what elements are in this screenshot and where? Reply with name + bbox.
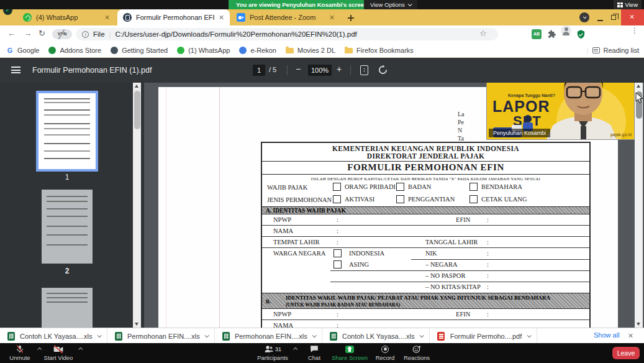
- zoom-share-topbar: You are viewing Penyuluhan Kosambi's scr…: [0, 0, 644, 9]
- section-a-header: A. IDENTITAS WAJIB PAJAK: [262, 206, 589, 214]
- download-filename: Permohonan EFIN....xlsx: [127, 333, 200, 340]
- bookmark-label: Firefox Bookmarks: [356, 47, 414, 54]
- chevron-down-icon[interactable]: [312, 333, 317, 338]
- green-circle-icon: [48, 47, 56, 54]
- extensions-puzzle-icon[interactable]: [548, 30, 556, 41]
- page-thumbnail-1[interactable]: [39, 93, 96, 169]
- section-b-subtitle: (UNTUK WAJIB PAJAK BADAN ATAU BENDAHARA): [286, 302, 400, 308]
- participants-options-chevron[interactable]: [293, 347, 297, 352]
- scroll-down-arrow[interactable]: [135, 323, 138, 326]
- scroll-down-arrow[interactable]: [637, 323, 640, 326]
- sidebar-scrollbar[interactable]: [133, 83, 141, 328]
- pdf-viewer-icon: [123, 13, 132, 22]
- reactions-label: Reactions: [404, 354, 430, 361]
- download-chip[interactable]: Permohonan EFIN....xlsx: [107, 328, 215, 344]
- scroll-up-arrow[interactable]: [637, 85, 640, 88]
- new-tab-button[interactable]: [348, 12, 358, 22]
- view-options-button[interactable]: View Options: [364, 0, 417, 9]
- close-downloads-bar-icon[interactable]: [628, 333, 633, 338]
- zoom-out-button[interactable]: −: [296, 64, 301, 74]
- fit-page-icon[interactable]: :: [360, 65, 368, 75]
- back-button[interactable]: ←: [7, 29, 16, 38]
- tab-formulir-efin-pdf[interactable]: Formulir Permohonan EFIN (1).p: [117, 9, 230, 25]
- bookmark-firefox-folder[interactable]: Firefox Bookmarks: [345, 47, 414, 54]
- bookmark-addons-store[interactable]: Addons Store: [48, 47, 101, 54]
- zoom-level-input[interactable]: 100%: [308, 65, 332, 76]
- download-chip[interactable]: Permohonan EFIN....xlsx: [215, 328, 322, 344]
- download-chip[interactable]: Contoh LK Yayasa....xlsx: [0, 328, 107, 344]
- chevron-down-icon[interactable]: [420, 333, 424, 338]
- profile-avatar[interactable]: [561, 25, 571, 36]
- participants-button[interactable]: 31 Participants: [253, 344, 292, 361]
- chat-button[interactable]: Chat: [302, 344, 327, 361]
- option-label: PENGGANTIAN: [408, 196, 455, 203]
- download-chip[interactable]: Contoh LK Yayasa....xlsx: [322, 328, 430, 344]
- option-label: ORANG PRIBADI: [345, 183, 396, 190]
- main-scrollbar[interactable]: [635, 83, 643, 328]
- muted-mic-icon: [5, 344, 35, 354]
- downloads-bar: Contoh LK Yayasa....xlsx Permohonan EFIN…: [0, 328, 644, 343]
- record-button[interactable]: Record: [372, 344, 398, 361]
- info-icon[interactable]: i: [82, 31, 89, 38]
- video-options-chevron[interactable]: [78, 347, 83, 352]
- chevron-down-icon[interactable]: [527, 333, 532, 338]
- page-number-input[interactable]: 1: [253, 65, 265, 76]
- bookmark-movies-folder[interactable]: Movies 2 DL: [286, 47, 335, 54]
- excel-file-icon: [115, 332, 122, 341]
- tab-close-icon[interactable]: [330, 15, 335, 20]
- address-bar[interactable]: i File | C:/Users/user-djp/Downloads/For…: [76, 28, 498, 40]
- zoom-view-button[interactable]: View: [614, 0, 642, 9]
- bookmarks-bar: G Google Addons Store Getting Started (1…: [0, 43, 644, 58]
- window-close-button[interactable]: [621, 9, 644, 25]
- tab-whatsapp[interactable]: (4) WhatsApp: [17, 9, 116, 25]
- page-thumbnail-2[interactable]: [42, 190, 93, 264]
- zoom-in-button[interactable]: +: [337, 64, 342, 74]
- share-screen-button[interactable]: Share Screen: [329, 344, 370, 361]
- download-chip[interactable]: Formulir Permoho....pdf: [430, 328, 537, 344]
- bookmark-google[interactable]: G Google: [6, 47, 39, 54]
- forward-button[interactable]: →: [24, 29, 32, 38]
- antivirus-shield-icon[interactable]: [576, 29, 586, 42]
- whatsapp-icon: [23, 13, 32, 22]
- google-g-icon: G: [6, 47, 14, 54]
- vpn-extension-icon[interactable]: VPN: [52, 29, 72, 39]
- reading-list-button[interactable]: | Reading list: [587, 43, 639, 58]
- chevron-down-icon[interactable]: [205, 333, 209, 338]
- window-menu-button[interactable]: [579, 12, 589, 22]
- bookmark-getting-started[interactable]: Getting Started: [111, 47, 168, 54]
- unmute-button[interactable]: Unmute: [5, 344, 35, 361]
- efin-form: KEMENTERIAN KEUANGAN REPUBLIK INDONESIA …: [261, 142, 591, 328]
- leave-button[interactable]: Leave: [612, 347, 640, 359]
- bookmark-whatsapp[interactable]: (1) WhatsApp: [177, 47, 230, 54]
- reload-button[interactable]: ↻: [39, 29, 45, 38]
- option-label: BADAN: [408, 183, 431, 190]
- participants-icon: 31: [253, 344, 292, 354]
- bookmark-star-icon[interactable]: ☆: [479, 29, 488, 38]
- tab-close-icon[interactable]: [105, 15, 110, 20]
- reactions-button[interactable]: Reactions: [401, 344, 433, 361]
- colon: :: [487, 272, 489, 279]
- window-minimize-button[interactable]: [597, 20, 603, 21]
- rotate-icon[interactable]: [378, 65, 388, 75]
- pdf-toolbar: Formulir Permohonan EFIN (1).pdf 1 / 5 −…: [0, 58, 644, 83]
- form-row-nama: NAMA :: [262, 226, 589, 237]
- show-all-downloads-link[interactable]: Show all: [594, 331, 620, 339]
- scroll-up-arrow[interactable]: [135, 85, 138, 88]
- adblock-extension-icon[interactable]: AB: [532, 29, 542, 39]
- scrollbar-thumb[interactable]: [134, 91, 140, 129]
- grid-icon: [617, 2, 623, 7]
- browser-menu-icon[interactable]: ⋮: [631, 29, 633, 32]
- page-thumbnail-3[interactable]: [42, 288, 93, 328]
- tab-close-icon[interactable]: [219, 15, 224, 20]
- chevron-down-icon[interactable]: [98, 333, 102, 338]
- globe-icon: [111, 47, 118, 54]
- menu-icon[interactable]: [11, 67, 20, 73]
- participants-label: Participants: [257, 354, 288, 361]
- margin-line: [219, 87, 220, 328]
- tab-post-attendee-zoom[interactable]: Post Attendee - Zoom: [231, 9, 340, 25]
- window-restore-button[interactable]: [611, 15, 616, 20]
- option-label: CETAK ULANG: [481, 196, 527, 203]
- browser-tabstrip: ✓ (4) WhatsApp Formulir Permohonan EFIN …: [0, 9, 644, 25]
- start-video-button[interactable]: Start Video: [41, 344, 76, 361]
- bookmark-e-rekon[interactable]: e-Rekon: [239, 47, 276, 54]
